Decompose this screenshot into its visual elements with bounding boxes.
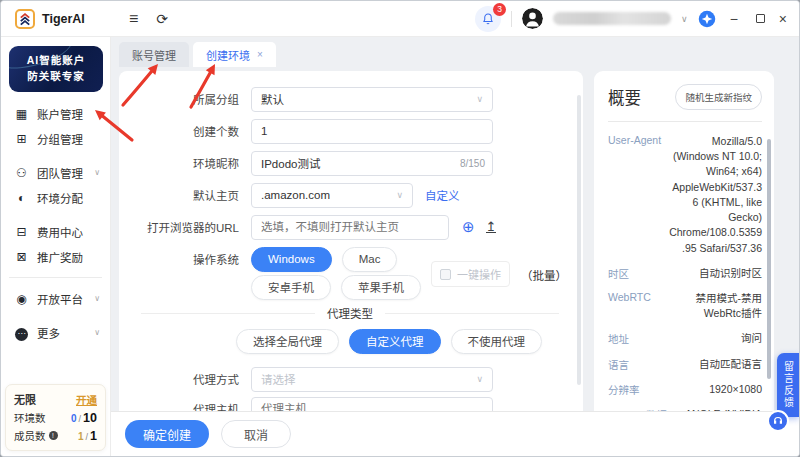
os-option-android[interactable]: 安卓手机 — [251, 275, 331, 300]
feedback-side-tab[interactable]: 留言反馈 — [777, 353, 799, 417]
group-label: 所属分组 — [119, 91, 251, 107]
batch-operate-label: 一键操作 — [457, 266, 501, 282]
homepage-select[interactable]: .amazon.com ∨ — [251, 183, 413, 208]
sidebar-item-label: 账户管理 — [37, 106, 83, 122]
account-chevron-down-icon[interactable]: ∨ — [681, 14, 688, 24]
open-url-label: 打开浏览器的URL — [119, 219, 251, 235]
refresh-icon[interactable]: ⟳ — [156, 11, 168, 27]
sidebar-item-label: 团队管理 — [37, 165, 83, 181]
divider — [608, 121, 762, 122]
hamburger-menu-icon[interactable]: ≡ — [129, 10, 138, 28]
sidebar-item-more[interactable]: ⋯ 更多 ∨ — [1, 320, 110, 345]
chevron-down-icon: ∨ — [476, 374, 483, 384]
close-window-button[interactable]: × — [779, 11, 787, 27]
os-option-mac[interactable]: Mac — [342, 247, 398, 272]
proxy-mode-placeholder: 请选择 — [261, 371, 296, 387]
sidebar-item-team-manage[interactable]: ⚇ 团队管理 ∨ — [1, 160, 110, 185]
cancel-button[interactable]: 取消 — [221, 420, 291, 448]
maximize-button[interactable] — [756, 14, 765, 23]
chevron-down-icon: ∨ — [476, 94, 483, 104]
homepage-value: .amazon.com — [261, 189, 330, 201]
chevron-down-icon: ∨ — [396, 190, 403, 200]
add-url-icon[interactable]: ⊕ — [462, 218, 475, 236]
proxy-tab-none[interactable]: 不使用代理 — [451, 329, 543, 354]
os-option-iphone[interactable]: 苹果手机 — [341, 275, 421, 300]
env-used: 0 — [71, 413, 77, 424]
summary-scrollbar[interactable] — [767, 139, 771, 379]
summary-title: 概要 — [608, 85, 641, 109]
divider — [511, 11, 512, 27]
headset-icon — [772, 415, 784, 427]
tiger-logo-icon — [15, 9, 35, 29]
sidebar-item-account-manage[interactable]: ▦ 账户管理 — [1, 101, 110, 126]
os-label: 操作系统 — [119, 251, 251, 267]
promo-reward-gift-icon: ⊠ — [14, 250, 29, 264]
sidebar-item-cost-center[interactable]: ⊟ 费用中心 — [1, 219, 110, 244]
count-input[interactable] — [251, 119, 493, 144]
proxy-tab-global[interactable]: 选择全局代理 — [236, 329, 339, 354]
title-bar: TigerAI ≡ ⟳ 3 ∨ — [1, 1, 799, 37]
summary-row-resolution: 分辨率 1920×1080 — [608, 382, 762, 397]
count-label: 创建个数 — [119, 123, 251, 139]
sidebar-item-label: 费用中心 — [37, 224, 83, 240]
plan-name: 无限 — [14, 391, 36, 407]
plan-stats-card: 无限 开通 环境数 0 / 10 成员数 ! 1 / 1 — [5, 384, 106, 451]
tab-account-manage[interactable]: 账号管理 — [119, 42, 189, 67]
group-select[interactable]: 默认 ∨ — [251, 87, 493, 112]
homepage-label: 默认主页 — [119, 187, 251, 203]
proxy-mode-label: 代理方式 — [119, 371, 251, 387]
app-window: TigerAI ≡ ⟳ 3 ∨ — [0, 0, 800, 457]
open-url-input[interactable] — [251, 215, 449, 240]
nickname-label: 环境昵称 — [119, 155, 251, 171]
sidebar-divider — [9, 277, 102, 278]
sidebar-banner: AI智能账户 防关联专家 — [9, 46, 103, 92]
tab-create-env[interactable]: 创建环境 × — [193, 42, 276, 67]
batch-operate-checkbox[interactable]: 一键操作 — [431, 261, 510, 287]
username-redacted — [553, 12, 671, 25]
main-content: 账号管理 创建环境 × 所属分组 默认 ∨ 创建个数 环境昵称 — [111, 37, 799, 456]
proxy-tab-custom[interactable]: 自定义代理 — [349, 329, 441, 354]
nickname-counter: 8/150 — [460, 158, 485, 169]
summary-panel: 概要 随机生成新指纹 User-Agent Mozilla/5.0 (Windo… — [594, 71, 774, 428]
sidebar-item-env-allocate[interactable]: ◐ 环境分配 — [1, 185, 110, 210]
sidebar-item-label: 推广奖励 — [37, 249, 83, 265]
customer-service-button[interactable] — [767, 410, 789, 432]
nickname-input[interactable] — [251, 151, 493, 176]
chevron-down-icon: ∨ — [94, 328, 100, 337]
summary-row-language: 语言 自动匹配语言 — [608, 357, 762, 372]
checkbox-icon — [440, 269, 451, 280]
membership-gem-icon[interactable] — [698, 10, 716, 28]
group-value: 默认 — [261, 91, 284, 107]
account-grid-icon: ▦ — [14, 107, 29, 121]
banner-line1: AI智能账户 — [27, 53, 86, 69]
summary-row-address: 地址 询问 — [608, 331, 762, 346]
regen-fingerprint-button[interactable]: 随机生成新指纹 — [675, 84, 762, 110]
member-total: 1 — [90, 429, 97, 443]
activate-link[interactable]: 开通 — [76, 392, 97, 407]
app-name: TigerAI — [42, 12, 85, 26]
tab-close-icon[interactable]: × — [257, 49, 263, 60]
chevron-down-icon: ∨ — [94, 168, 100, 177]
member-used: 1 — [78, 431, 84, 442]
sidebar-item-open-platform[interactable]: ◉ 开放平台 ∨ — [1, 286, 110, 311]
sidebar-item-label: 环境分配 — [37, 190, 83, 206]
summary-row-useragent: User-Agent Mozilla/5.0 (Windows NT 10.0;… — [608, 134, 762, 256]
custom-homepage-link[interactable]: 自定义 — [425, 187, 460, 203]
summary-row-webrtc: WebRTC 禁用模式-禁用WebRtc插件 — [608, 291, 762, 321]
sidebar-item-group-manage[interactable]: ⊞ 分组管理 — [1, 126, 110, 151]
minimize-button[interactable]: − — [730, 11, 738, 27]
notification-bell-icon[interactable]: 3 — [475, 6, 501, 32]
chevron-down-icon: ∨ — [94, 294, 100, 303]
upload-icon[interactable]: ↥ — [486, 221, 497, 233]
sidebar: AI智能账户 防关联专家 ▦ 账户管理 ⊞ 分组管理 ⚇ 团队管理 ∨ ◐ 环境… — [1, 37, 111, 456]
form-scrollbar[interactable] — [577, 95, 581, 385]
user-avatar[interactable] — [522, 8, 543, 29]
banner-line2: 防关联专家 — [27, 69, 85, 85]
proxy-mode-select[interactable]: 请选择 ∨ — [251, 367, 493, 392]
group-manage-icon: ⊞ — [14, 132, 29, 146]
info-icon: ! — [49, 431, 58, 440]
proxy-section-title: 代理类型 — [327, 305, 373, 321]
confirm-create-button[interactable]: 确定创建 — [125, 420, 209, 448]
sidebar-item-promo-reward[interactable]: ⊠ 推广奖励 — [1, 244, 110, 269]
os-option-windows[interactable]: Windows — [251, 247, 332, 272]
